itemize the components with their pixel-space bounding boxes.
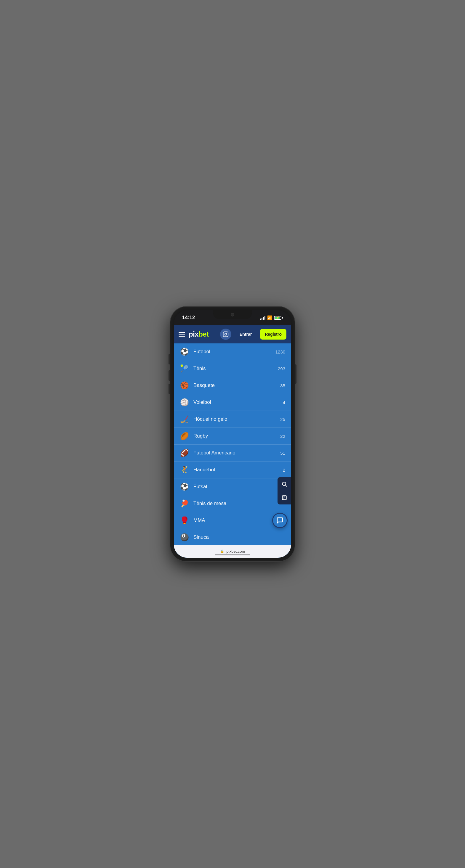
sport-item[interactable]: 🤾 Handebol 2: [174, 462, 291, 478]
sport-count: 2: [283, 467, 285, 472]
search-float-button[interactable]: [278, 477, 291, 491]
sport-name: MMA: [194, 518, 281, 523]
app-logo: pixbet: [189, 330, 209, 338]
sport-count: 293: [278, 366, 285, 371]
url-text: pixbet.com: [227, 549, 245, 554]
phone-frame: 14:12 📶 ⚡: [170, 307, 295, 561]
sport-name: Handebol: [194, 467, 279, 473]
sport-name: Voleibol: [194, 399, 279, 405]
sport-icon: ⚽: [180, 347, 189, 356]
status-time: 14:12: [182, 315, 195, 321]
hamburger-menu[interactable]: [179, 332, 185, 337]
sport-icon: 🏀: [180, 381, 189, 390]
sport-count: 25: [280, 417, 285, 422]
floating-buttons: [278, 477, 291, 504]
sport-count: 35: [280, 383, 285, 388]
sport-count: 1230: [275, 349, 285, 354]
sport-count: 4: [283, 400, 285, 405]
sport-icon: 🏐: [180, 398, 189, 406]
logo-bet: bet: [198, 330, 209, 338]
registro-button[interactable]: Registro: [260, 329, 286, 340]
sport-name: Sinuca: [194, 534, 281, 540]
sport-icon: 🥊: [180, 516, 189, 525]
battery-icon: ⚡: [274, 316, 283, 320]
sport-icon: 🏓: [180, 499, 189, 508]
sport-icon: 🎱: [180, 533, 189, 541]
entrar-button[interactable]: Entrar: [235, 329, 257, 340]
status-bar: 14:12 📶 ⚡: [174, 310, 291, 325]
sport-count: 22: [280, 434, 285, 439]
sport-item[interactable]: 🏒 Hóquei no gelo 25: [174, 411, 291, 428]
app-header: pixbet Entrar Registro: [174, 325, 291, 343]
svg-rect-0: [223, 332, 228, 337]
url-bar: 🔒 pixbet.com: [174, 545, 291, 558]
instagram-icon[interactable]: [220, 329, 231, 340]
sport-icon: 🤾: [180, 466, 189, 474]
signal-icon: [260, 316, 265, 320]
sport-icon: 🎾: [180, 365, 189, 373]
sport-name: Hóquei no gelo: [194, 416, 276, 422]
svg-point-2: [227, 333, 228, 333]
app-content: pixbet Entrar Registro: [174, 325, 291, 558]
svg-point-1: [225, 333, 227, 335]
sport-item[interactable]: 🎱 Sinuca: [174, 529, 291, 546]
sport-name: Basquete: [194, 382, 276, 389]
sport-icon: 🏒: [180, 415, 189, 423]
sport-item[interactable]: ⚽ Futebol 1230: [174, 343, 291, 360]
sport-item[interactable]: ⚽ Futsal 1: [174, 478, 291, 495]
sport-item[interactable]: 🎾 Tênis 293: [174, 360, 291, 377]
sport-name: Tênis de mesa: [194, 501, 279, 506]
list-float-button[interactable]: [278, 491, 291, 504]
sport-icon: 🏈: [180, 449, 189, 457]
sport-name: Rugby: [194, 433, 276, 439]
phone-screen: 14:12 📶 ⚡: [174, 310, 291, 558]
sport-item[interactable]: 🏀 Basquete 35: [174, 377, 291, 394]
sport-name: Tênis: [194, 366, 274, 372]
sport-icon: ⚽: [180, 483, 189, 491]
camera: [231, 313, 234, 316]
wifi-icon: 📶: [267, 315, 272, 320]
sport-name: Futsal: [194, 484, 279, 490]
sport-item[interactable]: 🏓 Tênis de mesa 1: [174, 495, 291, 512]
notch: [213, 310, 252, 319]
home-indicator: [215, 554, 250, 555]
sport-count: 51: [280, 451, 285, 456]
sport-name: Futebol Americano: [194, 450, 276, 456]
sport-item[interactable]: 🏈 Futebol Americano 51: [174, 445, 291, 462]
chat-button[interactable]: [272, 513, 288, 528]
lock-icon: 🔒: [220, 550, 224, 553]
svg-line-4: [286, 485, 287, 487]
svg-point-3: [282, 482, 286, 486]
sport-item[interactable]: 🏐 Voleibol 4: [174, 394, 291, 411]
logo-pix: pix: [189, 330, 198, 338]
status-icons: 📶 ⚡: [260, 315, 283, 320]
sport-icon: 🏉: [180, 432, 189, 440]
sport-name: Futebol: [194, 349, 271, 355]
sport-item[interactable]: 🏉 Rugby 22: [174, 428, 291, 445]
